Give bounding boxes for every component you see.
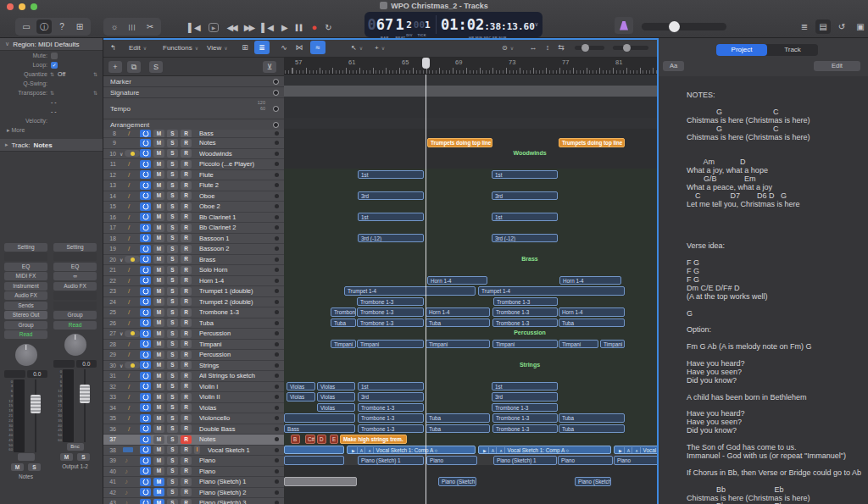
strip-stereo-out-button[interactable]: Stereo Out [4,311,47,319]
edit-notes-button[interactable]: Edit [814,61,860,71]
track-power-button[interactable] [140,361,151,369]
track-record-button[interactable]: R [181,499,192,504]
region-trombone-1-3[interactable]: Trombone 1-3 [357,318,424,328]
track-row-9[interactable]: 9MSRNotes [103,138,284,149]
playhead-handle[interactable] [422,58,430,69]
track-solo-button[interactable]: S [167,287,178,296]
track-mute-button[interactable]: M [153,467,164,475]
track-record-button[interactable]: R [181,424,192,433]
region-parameter-row[interactable]: Velocity: [0,116,103,125]
pan-knob[interactable] [15,344,37,366]
region-violas[interactable]: Violas [287,382,315,391]
track-power-button[interactable] [140,457,151,465]
track-power-button[interactable] [140,170,151,179]
track-row-43[interactable]: 43♪MSRPiano (Sketch) 3 [103,498,284,504]
volume-fader[interactable] [28,379,43,452]
region-piano-sketch-1[interactable]: Piano (Sketch) 1 [358,456,424,465]
track-mute-button[interactable]: M [153,191,164,200]
toolbar-plus-icon[interactable]: ⊞ [72,19,87,34]
track-inspector-header[interactable]: ▸ Track: Notes [0,139,103,152]
strip-sends-button[interactable]: Sends [4,302,47,310]
stepper-icon[interactable]: ⇅ [50,90,54,96]
strip-eq-button[interactable]: EQ [4,263,47,271]
region-parameter-row[interactable]: Quantize⇅Off⇅ [0,69,103,79]
editors-icon[interactable]: ✂ [142,19,158,34]
region-trombone-1-3[interactable]: Trombone 1-3 [357,307,424,317]
folder-stack-icon[interactable] [125,150,140,157]
region-1st[interactable]: 1st [492,382,558,391]
track-power-button[interactable] [140,393,151,402]
region-parameter-row[interactable]: Mute: [0,51,103,60]
track-power-button[interactable] [140,330,151,338]
track-solo-button[interactable]: S [167,330,178,338]
track-record-button[interactable]: R [181,139,192,147]
track-record-button[interactable]: R [181,393,192,402]
strip---button[interactable]: ∞ [53,272,97,280]
track-record-button[interactable]: R [181,457,192,465]
region-bass[interactable]: Bass [284,424,355,434]
region-trumpets-doing-top-line[interactable]: Trumpets doing top line [427,138,492,147]
track-power-button[interactable] [140,297,151,306]
play-from-window-button[interactable]: ▶ [209,23,220,32]
track-power-button[interactable] [140,181,151,190]
region-parameter-row[interactable]: - - [0,97,103,107]
track-solo-button[interactable]: S [167,488,178,496]
track-mute-button[interactable]: M [153,130,164,138]
track-solo-button[interactable]: S [167,170,178,179]
track-mute-button[interactable]: M [153,308,164,317]
track-record-button[interactable]: R [181,255,192,263]
track-solo-button[interactable]: S [167,181,178,190]
track-row-38[interactable]: 38MSRIVocal Sketch 1 [103,446,284,457]
track-mute-button[interactable]: M [153,361,164,369]
record-button[interactable]: ● [312,22,318,32]
track-mute-button[interactable]: M [153,287,164,296]
drag-mode-menu[interactable]: ⊙∨ [502,42,514,54]
track-solo-button[interactable]: S [167,340,178,348]
track-row-26[interactable]: 26/MSRTuba [103,318,284,330]
track-record-button[interactable]: R [181,488,192,496]
track-record-button[interactable]: R [181,149,192,158]
browsers-icon[interactable]: ▣ [853,19,868,34]
folder-stack-icon[interactable] [125,256,140,263]
track-row-41[interactable]: 41♪MSRPiano (Sketch) 1 [103,477,284,488]
global-track-dot-icon[interactable] [273,79,279,85]
track-mute-button[interactable]: M [153,372,164,380]
bounce-button[interactable]: Bnc [67,443,84,451]
track-power-button[interactable] [140,424,151,433]
track-list-view-icon[interactable]: ≣ [254,41,270,54]
track-row-37[interactable]: 37MSRNotes [103,435,284,446]
region-tuba[interactable]: Tuba [426,424,490,434]
track-mute-button[interactable]: M [153,351,164,359]
region[interactable] [284,446,344,455]
track-record-button[interactable]: R [181,467,192,475]
region-3rd[interactable]: 3rd [492,392,558,402]
track-power-button[interactable] [140,234,151,242]
track-mute-button[interactable]: M [153,202,164,211]
region-piano[interactable]: Piano [558,456,613,465]
play-button[interactable]: ▶ [281,23,288,32]
strip-mute-button[interactable]: M [60,453,73,461]
region-horn-1-4[interactable]: Horn 1-4 [559,307,625,317]
tempo-lane[interactable] [284,97,659,118]
region[interactable] [284,413,355,423]
more-disclosure[interactable]: ▸ More [7,127,25,134]
region-trombone-1-3[interactable]: Trombone 1-3 [492,403,558,413]
track-record-button[interactable]: R [181,160,192,169]
track-row-10[interactable]: 10∨MSRWoodwinds [103,149,284,160]
track-record-button[interactable]: R [181,181,192,190]
region-inspector-header[interactable]: ∨ Region: MIDI Defaults [0,38,103,51]
region-trombone-1-3[interactable]: Trombone 1-3 [358,424,424,434]
pan-knob[interactable] [64,334,86,356]
track-record-button[interactable]: R [181,382,192,390]
track-power-button[interactable] [140,255,151,263]
region-tuba[interactable]: Tuba [426,413,490,423]
disclosure-chevron-icon[interactable]: ∨ [120,363,123,368]
track-record-button[interactable]: R [181,308,192,317]
track-row-28[interactable]: 28/MSRTimpani [103,340,284,351]
track-row-8[interactable]: 8/MSRBass [103,130,284,138]
region-trombone-1-3[interactable]: Trombone 1-3 [358,413,424,423]
region-parameter-row[interactable]: Transpose:⇅⇅ [0,88,103,97]
track-row-42[interactable]: 42♪MSRPiano (Sketch) 2 [103,488,284,499]
track-power-button[interactable] [140,191,151,200]
track-row-12[interactable]: 12/MSRFlute [103,170,284,181]
